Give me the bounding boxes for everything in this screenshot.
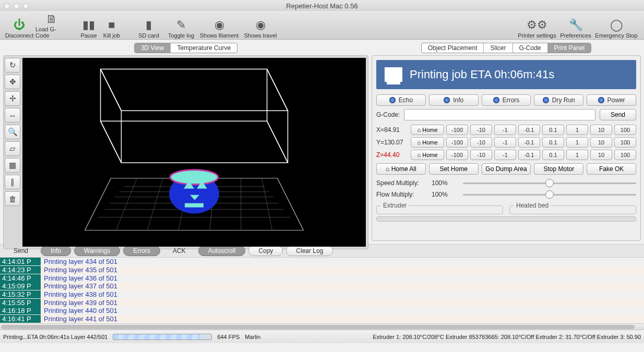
jog-y-100[interactable]: 100 xyxy=(614,137,636,148)
log-row: 4:14:01 PPrinting layer 434 of 501 xyxy=(0,258,644,266)
home-all-button[interactable]: ⌂ Home All xyxy=(376,163,426,175)
jog-y--1[interactable]: -1 xyxy=(494,137,516,148)
stop-icon: ■ xyxy=(108,18,115,32)
window-title: Repetier-Host Mac 0.56 xyxy=(0,2,644,10)
load-gcode-button[interactable]: 🗎Load G-Code xyxy=(35,13,68,39)
log-filter-errors[interactable]: Errors xyxy=(123,246,160,256)
jog-x--100[interactable]: -100 xyxy=(446,125,468,135)
jog-x-1[interactable]: 1 xyxy=(566,125,588,135)
gcode-input[interactable] xyxy=(404,109,595,120)
flow-multiply-label: Flow Multiply: xyxy=(376,191,426,198)
led-icon xyxy=(543,97,549,103)
pause-button[interactable]: ▮▮Pause xyxy=(77,13,100,39)
jog-y-0.1[interactable]: 0.1 xyxy=(542,137,564,148)
printer-settings-button[interactable]: ⚙⚙Printer settings xyxy=(515,13,559,39)
tab-3d-view[interactable]: 3D View xyxy=(135,43,171,53)
jog-z-100[interactable]: 100 xyxy=(614,150,636,160)
reset-view-icon[interactable]: ↻ xyxy=(5,58,20,72)
grid-icon[interactable]: ▦ xyxy=(5,158,20,173)
trash-icon[interactable]: 🗑 xyxy=(5,191,20,206)
scrollbar-thumb-icon[interactable] xyxy=(1,325,635,329)
perspective-icon[interactable]: ▱ xyxy=(5,141,20,156)
jog-x--0.1[interactable]: -0.1 xyxy=(518,125,540,135)
axis-row-z: Z=44.40 ⌂ Home -100 -10 -1 -0.1 0.1 1 10… xyxy=(376,150,636,160)
log-copy-button[interactable]: Copy xyxy=(248,246,283,256)
toggle-info[interactable]: Info xyxy=(429,94,479,106)
kill-job-button[interactable]: ■Kill job xyxy=(100,13,123,39)
jog-y-10[interactable]: 10 xyxy=(590,137,612,148)
status-firmware: Marlin xyxy=(245,334,260,340)
gcode-send-button[interactable]: Send xyxy=(600,109,636,120)
pan-icon[interactable]: ↔ xyxy=(5,108,20,123)
jog-y--100[interactable]: -100 xyxy=(446,137,468,148)
jog-z--100[interactable]: -100 xyxy=(446,150,468,160)
jog-x--1[interactable]: -1 xyxy=(494,125,516,135)
log-filter-ack[interactable]: ACK xyxy=(163,246,195,256)
axis-row-x: X=84.91 ⌂ Home -100 -10 -1 -0.1 0.1 1 10… xyxy=(376,125,636,135)
zoom-icon[interactable]: 🔍 xyxy=(5,125,20,139)
panel-scrollbar[interactable] xyxy=(376,216,636,222)
home-y-button[interactable]: ⌂ Home xyxy=(411,137,444,148)
set-home-button[interactable]: Set Home xyxy=(429,163,479,175)
disconnect-button[interactable]: ⏻Disconnect xyxy=(3,13,35,39)
toggle-log-button[interactable]: ✎Toggle log xyxy=(165,13,197,39)
jog-y-1[interactable]: 1 xyxy=(566,137,588,148)
jog-x-10[interactable]: 10 xyxy=(590,125,612,135)
toggle-power[interactable]: Power xyxy=(587,94,636,106)
preferences-button[interactable]: 🔧Preferences xyxy=(559,13,592,39)
move-icon[interactable]: ✢ xyxy=(5,91,20,106)
log-filter-warnings[interactable]: Warnings xyxy=(74,246,120,256)
jog-x-0.1[interactable]: 0.1 xyxy=(542,125,564,135)
svg-line-1 xyxy=(85,178,111,230)
jog-z-1[interactable]: 1 xyxy=(566,150,588,160)
svg-line-22 xyxy=(267,121,288,163)
jog-y--10[interactable]: -10 xyxy=(470,137,492,148)
jog-z--1[interactable]: -1 xyxy=(494,150,516,160)
slider-thumb-icon[interactable] xyxy=(545,179,554,187)
svg-line-23 xyxy=(101,69,122,111)
axis-x-label: X=84.91 xyxy=(376,126,409,133)
estop-icon: ◯ xyxy=(610,18,623,32)
log-row: 4:15:32 PPrinting layer 438 of 501 xyxy=(0,290,644,299)
tab-temperature-curve[interactable]: Temperature Curve xyxy=(171,43,237,53)
jog-y--0.1[interactable]: -0.1 xyxy=(518,137,540,148)
rotate-icon[interactable]: ✥ xyxy=(5,75,20,89)
fake-ok-button[interactable]: Fake OK xyxy=(587,163,636,175)
toggle-errors[interactable]: Errors xyxy=(482,94,531,106)
tab-slicer[interactable]: Slicer xyxy=(484,43,512,53)
flow-multiply-value: 100% xyxy=(432,191,458,198)
log-filter-info[interactable]: Info xyxy=(41,246,71,256)
go-dump-area-button[interactable]: Go Dump Area xyxy=(482,163,531,175)
toggle-echo[interactable]: Echo xyxy=(376,94,426,106)
tab-print-panel[interactable]: Print Panel xyxy=(548,43,591,53)
home-z-button[interactable]: ⌂ Home xyxy=(411,150,444,160)
log-autoscroll-button[interactable]: Autoscroll xyxy=(198,246,246,256)
jog-z--10[interactable]: -10 xyxy=(470,150,492,160)
emergency-stop-button[interactable]: ◯Emergency Stop xyxy=(592,13,641,39)
log-view[interactable]: 4:14:01 PPrinting layer 434 of 5014:14:2… xyxy=(0,258,644,323)
shows-filament-button[interactable]: ◉Shows filament xyxy=(197,13,241,39)
jog-z--0.1[interactable]: -0.1 xyxy=(518,150,540,160)
jog-x-100[interactable]: 100 xyxy=(614,125,636,135)
speed-multiply-slider[interactable] xyxy=(463,179,636,187)
shows-travel-button[interactable]: ◉Shows travel xyxy=(241,13,280,39)
log-message: Printing layer 436 of 501 xyxy=(41,274,117,282)
jog-z-0.1[interactable]: 0.1 xyxy=(542,150,564,160)
log-timestamp: 4:14:46 P xyxy=(0,274,41,282)
jog-x--10[interactable]: -10 xyxy=(470,125,492,135)
svg-point-26 xyxy=(170,170,218,185)
jog-z-10[interactable]: 10 xyxy=(590,150,612,160)
log-horizontal-scrollbar[interactable] xyxy=(0,323,644,330)
toggle-dry-run[interactable]: Dry Run xyxy=(534,94,583,106)
tab-gcode[interactable]: G-Code xyxy=(513,43,548,53)
home-x-button[interactable]: ⌂ Home xyxy=(411,125,444,135)
lines-icon[interactable]: ∥ xyxy=(5,175,20,189)
flow-multiply-slider[interactable] xyxy=(463,190,636,199)
sd-card-button[interactable]: ▮SD card xyxy=(133,13,165,39)
status-progress-bar xyxy=(113,334,212,340)
stop-motor-button[interactable]: Stop Motor xyxy=(534,163,583,175)
log-clear-button[interactable]: Clear Log xyxy=(286,246,333,256)
tab-object-placement[interactable]: Object Placement xyxy=(422,43,484,53)
slider-thumb-icon[interactable] xyxy=(545,190,554,199)
viewport-3d[interactable] xyxy=(22,58,366,247)
